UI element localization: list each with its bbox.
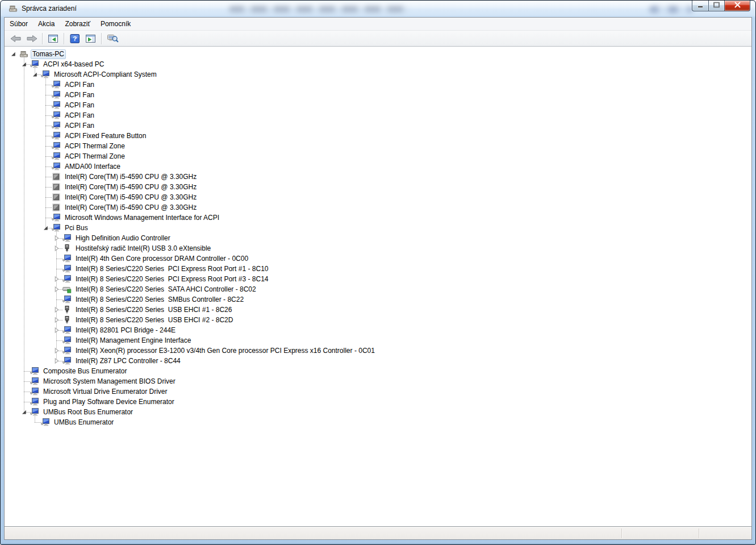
device-tree: Tomas-PCACPI x64-based PCMicrosoft ACPI-… (5, 47, 751, 427)
tree-item[interactable]: Microsoft Windows Management Interface f… (5, 213, 751, 223)
tree-item[interactable]: ACPI Thermal Zone (5, 141, 751, 151)
menu-item-subor[interactable]: Súbor (5, 18, 33, 30)
no-expander (41, 80, 49, 90)
no-expander (20, 366, 28, 376)
system-device-icon (62, 346, 72, 355)
tree-item-label: Microsoft Windows Management Interface f… (63, 213, 221, 223)
tree-item[interactable]: Intel(R) Core(TM) i5-4590 CPU @ 3.30GHz (5, 192, 751, 202)
close-icon (734, 1, 741, 10)
system-device-icon (52, 111, 61, 120)
no-expander (41, 131, 49, 141)
tree-item[interactable]: Intel(R) 4th Gen Core processor DRAM Con… (5, 253, 751, 264)
tree-item-label: Intel(R) Core(TM) i5-4590 CPU @ 3.30GHz (63, 203, 198, 213)
expander-collapsed-icon[interactable] (52, 274, 60, 284)
tree-item-label: Intel(R) 8 Series/C220 Series PCI Expres… (74, 264, 270, 274)
system-device-icon (52, 213, 61, 222)
tree-item[interactable]: Intel(R) Management Engine Interface (5, 335, 751, 346)
tree-item[interactable]: Intel(R) 8 Series/C220 Series SATA AHCI … (5, 284, 751, 294)
tree-item[interactable]: Intel(R) 8 Series/C220 Series SMBus Cont… (5, 294, 751, 305)
tree-item[interactable]: Intel(R) Xeon(R) processor E3-1200 v3/4t… (5, 346, 751, 356)
expander-collapsed-icon[interactable] (52, 346, 60, 356)
tree-item[interactable]: Intel(R) Z87 LPC Controller - 8C44 (5, 356, 751, 366)
expander-collapsed-icon[interactable] (52, 305, 60, 315)
toolbar-separator (42, 33, 43, 44)
menu-item-pomocnik[interactable]: Pomocník (95, 18, 136, 30)
menu-item-akcia[interactable]: Akcia (33, 18, 60, 30)
tree-item[interactable]: Microsoft System Management BIOS Driver (5, 376, 751, 386)
no-expander (20, 386, 28, 397)
forward-button[interactable] (24, 32, 39, 45)
close-button[interactable] (724, 1, 750, 11)
tree-item[interactable]: ACPI x64-based PC (5, 59, 751, 69)
system-device-icon (30, 397, 39, 406)
tree-item[interactable]: Composite Bus Enumerator (5, 366, 751, 376)
system-device-icon (52, 223, 61, 232)
expander-expanded-icon[interactable] (41, 223, 49, 233)
svg-text:?: ? (73, 35, 77, 42)
maximize-button[interactable] (708, 1, 725, 11)
tree-item[interactable]: Intel(R) 8 Series/C220 Series PCI Expres… (5, 264, 751, 274)
expander-expanded-icon[interactable] (9, 49, 17, 59)
tree-item[interactable]: UMBus Root Bus Enumerator (5, 407, 751, 417)
expander-expanded-icon[interactable] (20, 59, 28, 69)
expander-collapsed-icon[interactable] (52, 315, 60, 325)
tree-item[interactable]: AMDA00 Interface (5, 161, 751, 172)
expander-collapsed-icon[interactable] (52, 233, 60, 243)
help-button[interactable]: ? (68, 32, 82, 45)
tree-panel[interactable]: Tomas-PCACPI x64-based PCMicrosoft ACPI-… (5, 47, 751, 527)
tree-item[interactable]: Intel(R) 82801 PCI Bridge - 244E (5, 325, 751, 335)
tree-item[interactable]: Intel(R) 8 Series/C220 Series PCI Expres… (5, 274, 751, 284)
tree-item[interactable]: ACPI Fan (5, 120, 751, 131)
cpu-icon (52, 172, 61, 181)
toolbar: ? (5, 31, 751, 47)
tree-item[interactable]: Plug and Play Software Device Enumerator (5, 397, 751, 407)
tree-item-label: ACPI Thermal Zone (63, 152, 127, 161)
tree-item-label: Intel(R) 8 Series/C220 Series PCI Expres… (74, 274, 270, 284)
tree-item-label: Intel(R) Core(TM) i5-4590 CPU @ 3.30GHz (63, 193, 198, 202)
tree-item-label: ACPI x64-based PC (41, 60, 106, 69)
expander-collapsed-icon[interactable] (52, 356, 60, 366)
tree-item[interactable]: ACPI Thermal Zone (5, 151, 751, 161)
scan-hardware-changes-button[interactable] (105, 32, 120, 45)
tree-item[interactable]: Intel(R) Core(TM) i5-4590 CPU @ 3.30GHz (5, 202, 751, 213)
expander-collapsed-icon[interactable] (52, 243, 60, 253)
expander-expanded-icon[interactable] (31, 69, 39, 80)
expander-collapsed-icon[interactable] (52, 284, 60, 294)
window-controls (692, 1, 750, 11)
no-expander (20, 397, 28, 407)
menu-item-zobrazit[interactable]: Zobraziť (60, 18, 95, 30)
tree-item[interactable]: ACPI Fan (5, 110, 751, 120)
tree-item[interactable]: ACPI Fan (5, 90, 751, 100)
tree-item-label: ACPI Fan (63, 121, 96, 131)
back-button[interactable] (9, 32, 23, 45)
tree-item-label: ACPI Fixed Feature Button (63, 131, 148, 141)
no-expander (41, 172, 49, 182)
tree-item-label: Intel(R) 8 Series/C220 Series USB EHCI #… (74, 305, 233, 315)
system-device-icon (52, 142, 61, 151)
tree-item[interactable]: ACPI Fixed Feature Button (5, 131, 751, 141)
tree-item-label: ACPI Fan (63, 111, 96, 120)
tree-item[interactable]: ACPI Fan (5, 100, 751, 110)
tree-item[interactable]: Microsoft Virtual Drive Enumerator Drive… (5, 386, 751, 397)
tree-item-label: UMBus Root Bus Enumerator (41, 407, 135, 417)
action-pane-toggle-button[interactable] (83, 32, 98, 45)
system-device-icon (62, 254, 72, 263)
tree-item[interactable]: Intel(R) 8 Series/C220 Series USB EHCI #… (5, 315, 751, 325)
tree-item[interactable]: Tomas-PC (5, 49, 751, 59)
tree-item[interactable]: UMBus Enumerator (5, 417, 751, 427)
tree-item[interactable]: Pci Bus (5, 223, 751, 233)
minimize-button[interactable] (692, 1, 709, 11)
tree-item[interactable]: Intel(R) Core(TM) i5-4590 CPU @ 3.30GHz (5, 182, 751, 192)
expander-expanded-icon[interactable] (20, 407, 28, 417)
console-tree-toggle-button[interactable] (46, 32, 61, 45)
tree-item[interactable]: Intel(R) Core(TM) i5-4590 CPU @ 3.30GHz (5, 172, 751, 182)
tree-item-label: Hostiteľský radič Intel(R) USB 3.0 eXten… (74, 244, 212, 253)
tree-item[interactable]: ACPI Fan (5, 80, 751, 90)
expander-collapsed-icon[interactable] (52, 325, 60, 335)
tree-item[interactable]: Microsoft ACPI-Compliant System (5, 69, 751, 80)
tree-item[interactable]: Hostiteľský radič Intel(R) USB 3.0 eXten… (5, 243, 751, 253)
tree-item[interactable]: High Definition Audio Controller (5, 233, 751, 243)
system-device-icon (30, 377, 39, 386)
tree-item[interactable]: Intel(R) 8 Series/C220 Series USB EHCI #… (5, 305, 751, 315)
title-bar[interactable]: Správca zariadení (1, 1, 755, 17)
